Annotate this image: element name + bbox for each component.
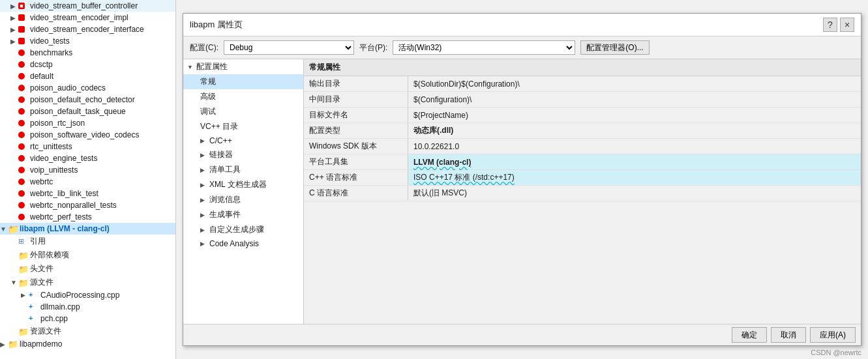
tree-item-res[interactable]: ▶ 📁 资源文件 xyxy=(0,324,175,338)
tree-arrow: ▶ xyxy=(10,3,18,10)
cpp-icon: + xyxy=(29,302,39,311)
tree-item-webrtc-lib-link-test[interactable]: ▶ webrtc_lib_link_test xyxy=(0,188,175,199)
section-arrow: ▼ xyxy=(187,64,194,70)
tree-item-poison-rtc-json[interactable]: ▶ poison_rtc_json xyxy=(0,117,175,129)
tree-item-caudioprocessing[interactable]: ▶ + CAudioProcessing.cpp xyxy=(0,289,175,301)
tree-label: poison_software_video_codecs xyxy=(30,130,139,139)
prop-tree-item-advanced[interactable]: 高级 xyxy=(183,89,303,104)
tree-item-video-tests[interactable]: ▶ video_tests xyxy=(0,35,175,47)
prop-tree-label: XML 文档生成器 xyxy=(209,179,267,190)
help-button[interactable]: ? xyxy=(823,18,837,32)
prop-tree-item-linker[interactable]: ▶ 链接器 xyxy=(183,147,303,162)
tree-item-poison-default-echo-detector[interactable]: ▶ poison_default_echo_detector xyxy=(0,94,175,106)
prop-tree-item-custom-build[interactable]: ▶ 自定义生成步骤 xyxy=(183,222,303,237)
tree-item-default[interactable]: ▶ default xyxy=(0,70,175,82)
prop-tree-label: 浏览信息 xyxy=(209,194,241,205)
tree-item-pch[interactable]: ▶ + pch.cpp xyxy=(0,313,175,324)
tree-item-webrtc[interactable]: ▶ webrtc xyxy=(0,176,175,188)
dialog-footer: 确定 取消 应用(A) xyxy=(183,324,861,345)
tree-label: webrtc_perf_tests xyxy=(30,212,92,222)
tree-item-sources[interactable]: ▼ 📁 源文件 xyxy=(0,276,175,289)
tree-item-ref[interactable]: ▶ ⊞ 引用 xyxy=(0,235,175,248)
prop-row-target-name: 目标文件名 $(ProjectName) xyxy=(304,108,861,123)
dialog-title-buttons: ? × xyxy=(823,18,854,32)
tree-item-voip-unittests[interactable]: ▶ voip_unittests xyxy=(0,164,175,176)
prop-tree-label: 高级 xyxy=(200,91,216,102)
prop-tree-item-debug[interactable]: 调试 xyxy=(183,104,303,119)
tree-item-rtc-unittests[interactable]: ▶ rtc_unittests xyxy=(0,141,175,152)
prop-key: 输出目录 xyxy=(304,76,408,91)
tree-arrow: ▶ xyxy=(10,26,18,33)
folder-icon: 📁 xyxy=(18,251,29,260)
apply-button[interactable]: 应用(A) xyxy=(810,327,856,343)
tree-item-dllmain[interactable]: ▶ + dllmain.cpp xyxy=(0,301,175,313)
tree-label: benchmarks xyxy=(30,48,72,57)
module-icon xyxy=(18,189,29,198)
tree-label: default xyxy=(30,72,53,81)
config-manager-button[interactable]: 配置管理器(O)... xyxy=(580,40,649,55)
tree-item-benchmarks[interactable]: ▶ benchmarks xyxy=(0,47,175,59)
tree-label: 资源文件 xyxy=(30,326,61,337)
prop-tree-item-vcpp-dirs[interactable]: VC++ 目录 xyxy=(183,119,303,134)
tree-arrow: ▼ xyxy=(10,279,18,286)
tree-arrow: ▶ xyxy=(21,292,29,298)
tree-label: pch.cpp xyxy=(40,314,68,323)
cancel-button[interactable]: 取消 xyxy=(771,327,806,343)
tree-item-video-stream-buffer-controller[interactable]: ▶ ■ video_stream_buffer_controller xyxy=(0,0,175,12)
prop-tree-item-general[interactable]: 常规 xyxy=(183,74,303,89)
folder-icon: 📁 xyxy=(8,224,18,233)
tree-item-libapmdemo[interactable]: ▶ 📁 libapmdemo xyxy=(0,338,175,350)
properties-dialog: libapm 属性页 ? × 配置(C): Debug 平台(P): 活动(Wi… xyxy=(183,13,861,346)
prop-value: ISO C++17 标准 (/std:c++17) xyxy=(408,170,861,185)
prop-tree-item-browse[interactable]: ▶ 浏览信息 xyxy=(183,192,303,207)
module-icon xyxy=(18,201,29,210)
dialog-title: libapm 属性页 xyxy=(190,19,243,31)
tree-item-webrtc-nonparallel-tests[interactable]: ▶ webrtc_nonparallel_tests xyxy=(0,199,175,211)
expand-arrow: ▶ xyxy=(200,240,207,247)
tree-item-video-stream-encoder-impl[interactable]: ▶ video_stream_encoder_impl xyxy=(0,12,175,23)
tree-label: poison_default_task_queue xyxy=(30,107,126,116)
tree-item-poison-default-task-queue[interactable]: ▶ poison_default_task_queue xyxy=(0,106,175,117)
prop-value: $(Configuration)\ xyxy=(408,92,861,107)
prop-row-mid-dir: 中间目录 $(Configuration)\ xyxy=(304,92,861,108)
prop-key: 平台工具集 xyxy=(304,154,408,169)
dialog-title-bar: libapm 属性页 ? × xyxy=(183,14,861,36)
prop-tree-item-build-events[interactable]: ▶ 生成事件 xyxy=(183,207,303,222)
tree-label: webrtc xyxy=(30,177,53,186)
tree-item-video-stream-encoder-interface[interactable]: ▶ video_stream_encoder_interface xyxy=(0,23,175,35)
tree-label: video_engine_tests xyxy=(30,154,97,163)
tree-item-webrtc-perf-tests[interactable]: ▶ webrtc_perf_tests xyxy=(0,211,175,223)
module-icon: ■ xyxy=(18,1,29,10)
tree-item-headers[interactable]: ▶ 📁 头文件 xyxy=(0,262,175,276)
prop-tree-item-manifest[interactable]: ▶ 清单工具 xyxy=(183,162,303,177)
tree-label: poison_audio_codecs xyxy=(30,83,106,93)
platform-select[interactable]: 活动(Win32) xyxy=(393,40,575,55)
tree-label: video_stream_encoder_interface xyxy=(30,25,144,34)
expand-arrow: ▶ xyxy=(200,212,207,218)
tree-item-poison-audio-codecs[interactable]: ▶ poison_audio_codecs xyxy=(0,82,175,94)
prop-tree-label: 生成事件 xyxy=(209,209,241,220)
config-select[interactable]: Debug xyxy=(224,40,354,55)
tree-label: dcsctp xyxy=(30,60,53,69)
module-icon xyxy=(18,48,29,57)
prop-key: C++ 语言标准 xyxy=(304,170,408,185)
prop-tree-section[interactable]: ▼ 配置属性 xyxy=(183,59,303,74)
tree-item-dcsctp[interactable]: ▶ dcsctp xyxy=(0,59,175,70)
module-icon xyxy=(18,72,29,81)
tree-item-external[interactable]: ▶ 📁 外部依赖项 xyxy=(0,248,175,262)
prop-row-sdk: Windows SDK 版本 10.0.22621.0 xyxy=(304,139,861,154)
prop-tree-item-xml-gen[interactable]: ▶ XML 文档生成器 xyxy=(183,177,303,192)
tree-item-video-engine-tests[interactable]: ▶ video_engine_tests xyxy=(0,152,175,164)
prop-row-platform-toolset: 平台工具集 LLVM (clang-cl) xyxy=(304,154,861,170)
close-button[interactable]: × xyxy=(840,18,854,32)
prop-tree-label: 调试 xyxy=(200,106,216,117)
tree-item-libapm[interactable]: ▼ 📁 libapm (LLVM - clang-cl) xyxy=(0,223,175,235)
cpp-icon: + xyxy=(29,291,39,300)
tree-label: 引用 xyxy=(30,236,46,247)
tree-item-poison-software-video-codecs[interactable]: ▶ poison_software_video_codecs xyxy=(0,129,175,141)
prop-tree-item-cpp[interactable]: ▶ C/C++ xyxy=(183,134,303,147)
module-icon xyxy=(18,130,29,139)
prop-value: 默认(旧 MSVC) xyxy=(408,186,861,201)
ok-button[interactable]: 确定 xyxy=(732,327,767,343)
prop-tree-item-code-analysis[interactable]: ▶ Code Analysis xyxy=(183,237,303,250)
